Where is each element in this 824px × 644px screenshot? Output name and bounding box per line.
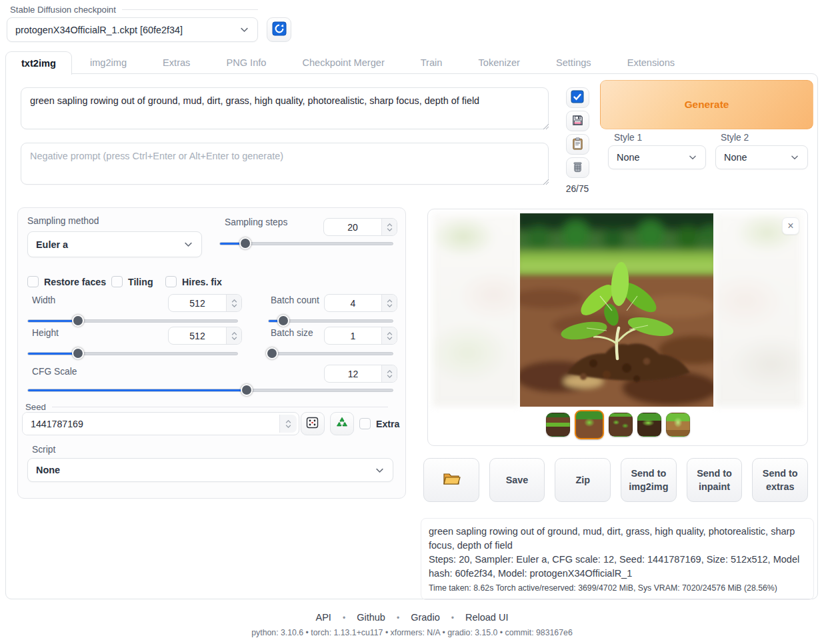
stepper-buttons[interactable] [279,415,297,433]
checkpoint-value: protogenX34OfficialR_1.ckpt [60fe2f34] [15,25,183,35]
sampling-method-dropdown[interactable]: Euler a [27,231,202,257]
stable-diffusion-webui: Stable Diffusion checkpoint protogenX34O… [0,0,824,644]
checkbox-box [165,276,177,287]
sampling-method-label: Sampling method [27,216,99,226]
tab-checkpoint-merger[interactable]: Checkpoint Merger [284,51,402,74]
footer-link-github[interactable]: Github [357,612,385,623]
footer-separator: • [451,613,454,623]
main-tabs: txt2img img2img Extras PNG Info Checkpoi… [5,51,693,74]
cfg-scale-input[interactable] [325,365,381,382]
tab-label: img2img [90,57,127,68]
negative-prompt-input[interactable] [21,143,549,185]
refresh-checkpoints-button[interactable] [267,17,291,42]
gallery-thumbnail-4[interactable] [637,413,661,437]
stepper-buttons[interactable] [226,327,241,344]
chevron-down-icon [688,153,697,162]
open-folder-button[interactable] [423,458,479,502]
label-line [52,407,388,407]
sampling-steps-slider[interactable] [219,237,393,249]
checkbox-box [111,276,123,287]
tab-png-info[interactable]: PNG Info [208,51,284,74]
footer-link-reload-ui[interactable]: Reload UI [465,612,508,623]
footer-link-api[interactable]: API [316,612,331,623]
restore-faces-label: Restore faces [44,277,106,287]
checkpoint-label: Stable Diffusion checkpoint [10,5,116,15]
tab-label: Settings [556,57,591,68]
cfg-scale-label: CFG Scale [32,367,77,377]
dice-icon [306,416,319,431]
tab-label: Checkpoint Merger [302,57,384,68]
seed-input[interactable] [23,413,277,435]
tab-extensions[interactable]: Extensions [609,51,693,74]
generated-image[interactable] [520,213,713,407]
footer-link-gradio[interactable]: Gradio [411,612,440,623]
height-input[interactable] [169,327,226,344]
random-seed-button[interactable] [301,412,325,435]
stepper-buttons[interactable] [226,295,241,311]
send-to-img2img-button[interactable]: Send to img2img [621,458,677,502]
generation-info-performance: Time taken: 8.62s Torch active/reserved:… [429,583,806,595]
footer-separator: • [397,613,399,623]
clear-prompt-button[interactable] [566,157,589,178]
save-button[interactable]: Save [489,458,545,502]
width-input[interactable] [169,295,226,311]
stepper-buttons[interactable] [381,327,397,344]
batch-size-input[interactable] [325,327,381,344]
width-input-box [168,294,242,312]
tab-label: Extensions [627,57,675,68]
checkpoint-label-row: Stable Diffusion checkpoint [7,5,258,15]
script-value: None [36,465,60,475]
gallery-thumbnail-1[interactable] [546,413,570,437]
gallery-thumbnail-2-selected[interactable] [575,410,604,439]
checkpoint-dropdown[interactable]: protogenX34OfficialR_1.ckpt [60fe2f34] [7,17,258,42]
send-to-extras-button[interactable]: Send to extras [752,458,808,502]
sampling-steps-input[interactable] [324,219,381,235]
style2-dropdown[interactable]: None [715,145,808,169]
send-to-inpaint-button[interactable]: Send to inpaint [687,458,743,502]
tab-train[interactable]: Train [403,51,461,74]
cfg-scale-slider[interactable] [27,384,393,396]
stepper-buttons[interactable] [381,219,397,235]
batch-size-slider[interactable] [268,347,393,359]
zip-button[interactable]: Zip [555,458,611,502]
tab-txt2img[interactable]: txt2img [5,51,72,75]
batch-count-input[interactable] [325,295,381,311]
script-label: Script [32,445,55,455]
style2-value: None [724,152,747,163]
stepper-buttons[interactable] [381,365,397,382]
generation-info: green sapling rowing out of ground, mud,… [421,518,814,600]
tab-img2img[interactable]: img2img [72,51,145,74]
gallery-thumbnail-5[interactable] [666,413,690,437]
batch-count-slider[interactable] [268,315,393,327]
stepper-buttons[interactable] [381,295,397,311]
paste-params-button[interactable] [566,87,589,108]
token-counter: 26/75 [566,184,589,194]
sampling-steps-label: Sampling steps [225,217,287,227]
tab-tokenizer[interactable]: Tokenizer [460,51,537,74]
tiling-checkbox[interactable]: Tiling [111,276,153,287]
script-dropdown[interactable]: None [27,458,393,482]
style1-value: None [617,152,639,163]
apply-style-button[interactable] [566,134,589,155]
hires-fix-checkbox[interactable]: Hires. fix [165,276,222,287]
height-slider[interactable] [27,347,238,359]
extra-seed-checkbox[interactable]: Extra [359,418,400,429]
tab-label: Tokenizer [478,57,519,68]
footer-versions: python: 3.10.6 • torch: 1.13.1+cu117 • x… [0,628,824,637]
restore-faces-checkbox[interactable]: Restore faces [27,276,106,287]
save-style-button[interactable] [566,111,589,131]
tab-extras[interactable]: Extras [145,51,208,74]
folder-icon [442,470,461,489]
prompt-input[interactable]: green sapling rowing out of ground, mud,… [21,87,549,129]
tab-settings[interactable]: Settings [538,51,609,74]
gallery-thumbnail-3[interactable] [609,413,633,437]
width-slider[interactable] [27,315,238,327]
generate-button[interactable]: Generate [600,80,813,129]
style1-dropdown[interactable]: None [608,145,706,169]
reuse-seed-button[interactable] [330,412,354,435]
chevron-down-icon [183,239,193,249]
checkbox-box [359,418,371,429]
prompt-tools: 26/75 [565,87,589,194]
close-icon[interactable]: × [782,217,799,235]
generation-info-prompt: green sapling rowing out of ground, mud,… [429,525,806,553]
